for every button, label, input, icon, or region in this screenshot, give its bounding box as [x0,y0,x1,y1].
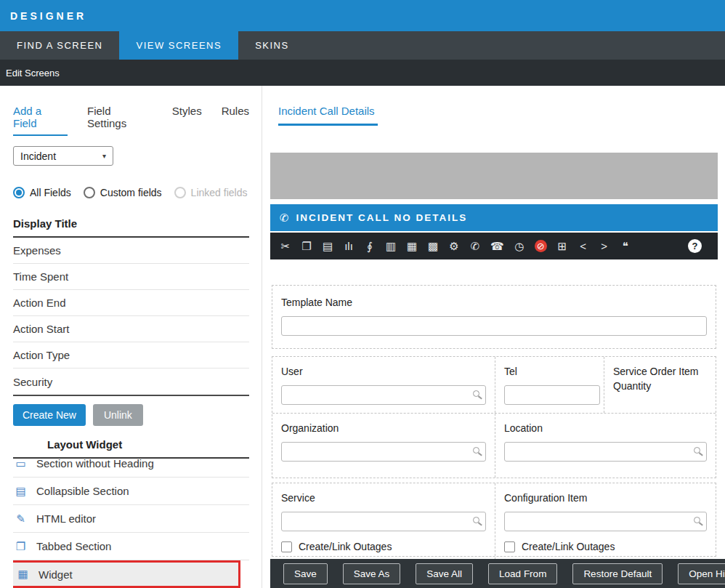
save-button[interactable]: Save [283,563,328,584]
nav-tab-view-screens[interactable]: VIEW SCREENS [119,31,238,60]
field-filters: All Fields Custom fields Linked fields [13,187,249,198]
sidebar-actions: Create New Unlink [13,404,249,426]
help-icon[interactable]: ? [688,239,702,253]
form-icon[interactable]: ▥ [385,241,397,251]
entity-select[interactable]: Incident ▾ [13,146,113,166]
clock-icon[interactable]: ◷ [514,241,525,251]
filter-all-fields[interactable]: All Fields [13,187,71,198]
screen-editor: Incident Call Details ✆ INCIDENT CALL NO… [270,86,725,588]
nav-tab-label: VIEW SCREENS [136,40,222,51]
search-icon[interactable] [473,390,479,397]
create-new-button[interactable]: Create New [13,404,86,426]
incoming-call-icon[interactable]: ✆ [469,241,481,251]
section-without-heading-icon: ▭ [13,459,28,470]
attachment-icon[interactable]: ∮ [364,241,376,251]
tab-field-settings[interactable]: Field Settings [87,105,153,136]
location-cell: Location [495,414,716,478]
tabbed-section-icon: ❐ [13,540,28,553]
chart-icon[interactable]: ılı [343,241,355,251]
service-input[interactable] [281,512,486,531]
location-input[interactable] [504,442,707,462]
incident-panel-header: ✆ INCIDENT CALL NO DETAILS [270,204,718,231]
tel-label: Tel [504,364,595,379]
organization-input[interactable] [281,442,486,462]
block-icon[interactable]: ⊘ [535,240,547,252]
service-order-item-quantity-label: Service Order Item Quantity [613,364,707,394]
layout-widget-header: Layout Widget [13,438,249,459]
layout-item-collapsible-section[interactable]: ▤ Collapsible Section [13,478,249,505]
field-item-security[interactable]: Security [13,368,249,395]
radio-unselected-icon [84,187,95,198]
service-section: Service Create/Link Outages Configuratio… [272,483,716,557]
field-item-time-spent[interactable]: Time Spent [13,264,249,290]
paste-icon[interactable]: ▤ [322,241,333,251]
field-item-action-end[interactable]: Action End [13,290,249,316]
filter-label: Linked fields [191,187,248,198]
service-label: Service [281,491,486,505]
collapsed-header-placeholder [270,153,718,199]
search-icon[interactable] [473,517,479,523]
entity-select-value: Incident [20,150,56,162]
create-link-outages-right[interactable]: Create/Link Outages [504,541,707,552]
restore-default-button[interactable]: Restore Default [572,563,663,584]
filter-label: All Fields [30,187,71,198]
search-icon[interactable] [694,447,700,454]
layout-item-tabbed-section[interactable]: ❐ Tabbed Section [13,533,249,560]
subheader-title: Edit Screens [6,68,60,78]
tab-add-a-field[interactable]: Add a Field [13,105,68,136]
configuration-item-input[interactable] [504,512,707,531]
field-form-icon[interactable]: ▦ [406,241,418,251]
calendar-add-icon[interactable]: ⊞ [556,241,568,251]
subheader-bar: Edit Screens [0,60,725,86]
filter-linked-fields: Linked fields [174,187,248,198]
nav-tab-find-a-screen[interactable]: FIND A SCREEN [0,31,119,60]
cut-icon[interactable]: ✂ [280,241,291,251]
checkbox-unchecked-icon [504,541,515,552]
layout-item-html-editor[interactable]: ✎ HTML editor [13,505,249,533]
incident-panel-title: INCIDENT CALL NO DETAILS [296,212,468,223]
layout-item-section-without-heading[interactable]: ▭ Section without Heading [13,459,249,478]
top-bar: DESIGNER [0,0,725,31]
nav-tab-skins[interactable]: SKINS [238,31,306,60]
search-icon[interactable] [694,517,700,523]
tel-input[interactable] [504,385,600,405]
layout-item-label: Tabbed Section [36,540,111,552]
sidebar: Add a Field Field Settings Styles Rules … [0,86,262,588]
checkbox-unchecked-icon [281,541,292,552]
form-settings-icon[interactable]: ▩ [427,241,439,251]
incident-call-icon: ✆ [280,212,289,225]
tab-styles[interactable]: Styles [172,105,202,136]
prev-icon[interactable]: < [578,241,589,251]
open-history-button[interactable]: Open History [678,563,725,584]
create-link-outages-label: Create/Link Outages [522,541,615,552]
next-icon[interactable]: > [599,241,610,251]
search-icon[interactable] [473,447,479,454]
tab-rules[interactable]: Rules [222,105,249,136]
requester-section: User Tel Service Order Item Quantit [272,356,716,478]
filter-custom-fields[interactable]: Custom fields [84,187,162,198]
create-link-outages-left[interactable]: Create/Link Outages [281,541,486,552]
organization-cell: Organization [272,414,495,478]
user-label: User [281,364,486,379]
create-link-outages-label: Create/Link Outages [299,541,392,552]
outgoing-call-icon[interactable]: ☎ [490,241,504,251]
radio-disabled-icon [174,187,186,198]
chevron-down-icon: ▾ [102,152,106,160]
save-as-button[interactable]: Save As [343,563,401,584]
layout-item-label: Widget [39,568,73,581]
template-name-input[interactable] [281,316,707,336]
load-from-button[interactable]: Load From [488,563,557,584]
unlink-button[interactable]: Unlink [93,404,143,426]
save-all-button[interactable]: Save All [416,563,473,584]
field-item-action-type[interactable]: Action Type [13,342,249,368]
field-item-action-start[interactable]: Action Start [13,316,249,342]
copy-icon[interactable]: ❐ [301,241,312,251]
editor-toolbar: ✂ ❐ ▤ ılı ∮ ▥ ▦ ▩ ⚙ ✆ ☎ ◷ ⊘ ⊞ < > ❝ ? [270,233,718,259]
gear-icon[interactable]: ⚙ [448,241,460,251]
field-item-expenses[interactable]: Expenses [13,238,249,264]
user-input[interactable] [281,385,486,405]
layout-item-widget[interactable]: ▦ Widget [13,560,240,588]
tab-incident-call-details[interactable]: Incident Call Details [278,105,378,126]
service-order-item-quantity-cell: Service Order Item Quantity [604,357,716,413]
comment-icon[interactable]: ❝ [620,241,631,251]
